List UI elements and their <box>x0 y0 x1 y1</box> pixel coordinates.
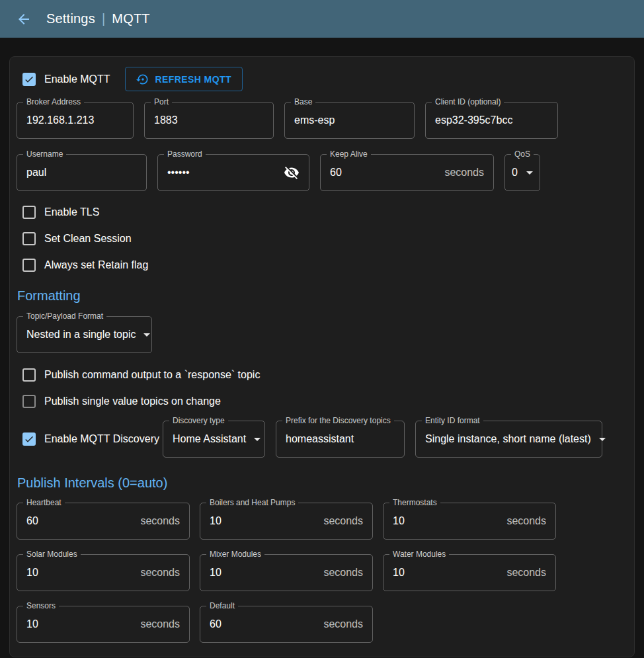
username-field[interactable]: Username paul <box>17 154 147 191</box>
enable-discovery-checkbox[interactable] <box>22 432 36 446</box>
client-id-label: Client ID (optional) <box>432 97 504 106</box>
keep-alive-value: 60 <box>330 167 342 179</box>
discovery-type-value: Home Assistant <box>173 433 246 445</box>
formatting-options: Publish command output to a `response` t… <box>17 362 627 415</box>
thermostats-label: Thermostats <box>389 498 440 507</box>
enable-mqtt-checkbox[interactable] <box>22 73 36 86</box>
username-value: paul <box>26 167 46 179</box>
chevron-down-icon <box>254 438 261 441</box>
discovery-prefix-field[interactable]: Prefix for the Discovery topics homeassi… <box>276 421 405 458</box>
heartbeat-label: Heartbeat <box>23 498 65 507</box>
connection-fields-row: Broker Address 192.168.1.213 Port 1883 B… <box>17 102 627 139</box>
publish-single-row: Publish single value topics on change <box>17 388 627 415</box>
broker-address-label: Broker Address <box>23 97 84 106</box>
publish-intervals-heading: Publish Intervals (0=auto) <box>17 475 627 491</box>
enable-tls-checkbox[interactable] <box>22 206 36 219</box>
port-value: 1883 <box>154 114 178 126</box>
broker-address-field[interactable]: Broker Address 192.168.1.213 <box>17 102 134 139</box>
heartbeat-suffix: seconds <box>140 515 180 527</box>
water-modules-value: 10 <box>393 567 405 579</box>
auth-fields-row: Username paul Password •••••• Keep Alive… <box>17 154 627 191</box>
boilers-field[interactable]: Boilers and Heat Pumps 10 seconds <box>200 503 373 540</box>
back-button[interactable] <box>11 6 37 32</box>
page-title: Settings | MQTT <box>46 11 150 26</box>
sensors-field[interactable]: Sensors 10 seconds <box>17 606 190 643</box>
clean-session-row: Set Clean Session <box>17 226 627 252</box>
password-field[interactable]: Password •••••• <box>157 154 309 191</box>
water-modules-field[interactable]: Water Modules 10 seconds <box>383 554 556 591</box>
topic-payload-format-select[interactable]: Topic/Payload Format Nested in a single … <box>17 316 152 353</box>
entity-id-format-value: Single instance, short name (latest) <box>425 433 591 445</box>
publish-intervals-grid: Heartbeat 60 seconds Boilers and Heat Pu… <box>17 503 569 643</box>
broker-address-value: 192.168.1.213 <box>26 114 94 126</box>
client-id-field[interactable]: Client ID (optional) esp32-395c7bcc <box>425 102 558 139</box>
keep-alive-field[interactable]: Keep Alive 60 seconds <box>320 154 494 191</box>
retain-flag-row: Always set Retain flag <box>17 252 627 278</box>
password-label: Password <box>164 149 206 159</box>
solar-modules-label: Solar Modules <box>23 550 81 559</box>
default-interval-label: Default <box>206 601 238 610</box>
retain-flag-checkbox[interactable] <box>22 259 36 272</box>
enable-discovery-group: Enable MQTT Discovery <box>17 426 163 452</box>
arrow-back-icon <box>16 11 32 27</box>
check-icon <box>24 434 34 444</box>
formatting-heading: Formatting <box>17 288 627 304</box>
discovery-prefix-value: homeassistant <box>286 433 354 445</box>
sensors-value: 10 <box>26 618 38 630</box>
mixer-modules-suffix: seconds <box>323 567 363 579</box>
default-interval-value: 60 <box>210 618 221 630</box>
thermostats-suffix: seconds <box>506 515 546 527</box>
discovery-type-select[interactable]: Discovery type Home Assistant <box>163 421 265 458</box>
mqtt-discovery-row: Enable MQTT Discovery Discovery type Hom… <box>17 421 627 458</box>
entity-id-format-select[interactable]: Entity ID format Single instance, short … <box>415 421 602 458</box>
username-label: Username <box>23 149 66 159</box>
water-modules-label: Water Modules <box>389 550 449 559</box>
refresh-icon <box>136 73 149 86</box>
water-modules-suffix: seconds <box>506 567 546 579</box>
entity-id-format-label: Entity ID format <box>422 416 483 425</box>
app-bar: Settings | MQTT <box>0 0 644 38</box>
chevron-down-icon <box>599 438 606 441</box>
chevron-down-icon <box>526 171 533 175</box>
publish-response-row: Publish command output to a `response` t… <box>17 362 627 388</box>
mixer-modules-field[interactable]: Mixer Modules 10 seconds <box>200 554 373 591</box>
qos-value: 0 <box>512 167 518 179</box>
keep-alive-suffix: seconds <box>444 167 484 179</box>
discovery-type-label: Discovery type <box>169 416 228 425</box>
qos-label: QoS <box>511 149 534 159</box>
boilers-label: Boilers and Heat Pumps <box>206 498 298 507</box>
title-section: MQTT <box>112 11 149 26</box>
toggle-password-visibility-button[interactable] <box>284 165 300 181</box>
enable-discovery-label: Enable MQTT Discovery <box>44 433 159 445</box>
qos-select[interactable]: QoS 0 <box>504 154 540 191</box>
enable-mqtt-label: Enable MQTT <box>44 73 110 85</box>
port-field[interactable]: Port 1883 <box>144 102 274 139</box>
mqtt-options: Enable TLS Set Clean Session Always set … <box>17 199 627 278</box>
title-divider: | <box>102 11 105 26</box>
boilers-suffix: seconds <box>323 515 363 527</box>
solar-modules-field[interactable]: Solar Modules 10 seconds <box>17 554 190 591</box>
chevron-down-icon <box>143 333 150 337</box>
check-icon <box>24 74 34 85</box>
retain-flag-label: Always set Retain flag <box>44 259 148 271</box>
refresh-mqtt-button[interactable]: REFRESH MQTT <box>125 67 243 91</box>
base-field[interactable]: Base ems-esp <box>284 102 415 139</box>
publish-single-checkbox[interactable] <box>22 395 36 408</box>
heartbeat-field[interactable]: Heartbeat 60 seconds <box>17 503 190 540</box>
thermostats-value: 10 <box>393 515 405 527</box>
password-value: •••••• <box>167 167 190 179</box>
keep-alive-label: Keep Alive <box>327 149 371 159</box>
sensors-suffix: seconds <box>140 618 180 630</box>
mixer-modules-value: 10 <box>210 567 221 579</box>
base-value: ems-esp <box>294 114 335 126</box>
thermostats-field[interactable]: Thermostats 10 seconds <box>383 503 556 540</box>
publish-response-checkbox[interactable] <box>22 368 36 382</box>
clean-session-checkbox[interactable] <box>22 232 36 245</box>
topic-payload-format-value: Nested in a single topic <box>26 329 136 341</box>
mixer-modules-label: Mixer Modules <box>206 550 264 559</box>
client-id-value: esp32-395c7bcc <box>435 114 512 126</box>
default-interval-field[interactable]: Default 60 seconds <box>200 606 373 643</box>
default-interval-suffix: seconds <box>323 618 363 630</box>
solar-modules-suffix: seconds <box>140 567 180 579</box>
discovery-fields: Discovery type Home Assistant Prefix for… <box>163 421 602 458</box>
